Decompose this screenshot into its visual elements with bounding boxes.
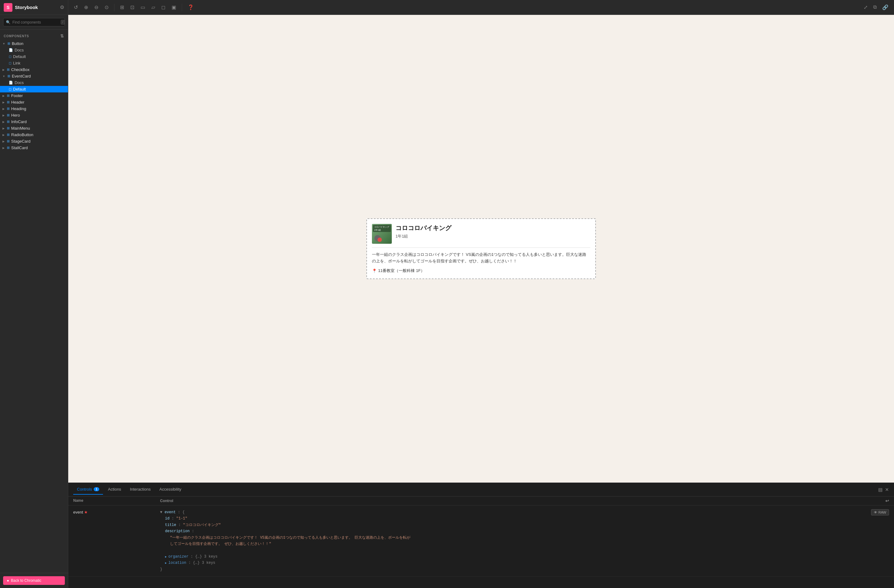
sidebar-item-label: Heading <box>11 106 26 111</box>
search-box[interactable]: 🔍 / <box>3 18 65 26</box>
app-title: Storybook <box>15 5 38 10</box>
organizer-expand[interactable]: organizer <box>165 555 189 559</box>
thumbnail-image: コロバイキング1年1組 <box>372 224 392 244</box>
raw-label: RAW <box>879 511 886 514</box>
sort-icon[interactable]: ⇅ <box>60 33 64 38</box>
search-icon: 🔍 <box>6 20 11 24</box>
tab-controls[interactable]: Controls 1 <box>73 484 103 495</box>
expand-icon: ▶ <box>3 68 5 71</box>
raw-button[interactable]: 👁 RAW <box>871 509 889 516</box>
sidebar-item-label: Hero <box>11 113 20 118</box>
sidebar-item-mainmenu[interactable]: ▶ ⊞ MainMenu <box>0 125 68 131</box>
sidebar-item-radiobutton[interactable]: ▶ ⊞ RadioButton <box>0 131 68 138</box>
control-value-area: 👁 RAW ▼ event : { id : "1-1" title : "コロ… <box>160 509 889 573</box>
required-indicator: ★ <box>84 510 88 514</box>
controls-table-header: Name Control ↩ <box>68 496 894 505</box>
sidebar-item-button[interactable]: ▼ ⊞ Button <box>0 40 68 47</box>
expand-icon: ▶ <box>3 133 5 136</box>
chromatic-button[interactable]: ● Back to Chromatic <box>3 576 65 585</box>
refresh-icon[interactable]: ↺ <box>72 3 80 12</box>
event-card-header: コロバイキング1年1組 コロコロバイキング 1年1組 <box>372 224 590 248</box>
component-icon: ⊞ <box>7 68 10 72</box>
zoom-out-icon[interactable]: ⊖ <box>92 3 100 12</box>
event-card-location: 📍 11番教室（一般科棟 1F） <box>372 268 590 273</box>
zoom-reset-icon[interactable]: ⊙ <box>103 3 110 12</box>
panel-close-icon[interactable]: ✕ <box>885 487 889 493</box>
sidebar-footer: ● Back to Chromatic <box>0 573 68 588</box>
sidebar-item-stagecard[interactable]: ▶ ⊞ StageCard <box>0 138 68 145</box>
tab-accessibility[interactable]: Accessibility <box>156 484 185 495</box>
sidebar-header: S Storybook ⚙ <box>0 0 68 15</box>
expand-icon: ▼ <box>3 42 5 45</box>
sidebar-item-footer[interactable]: ▶ ⊞ Footer <box>0 92 68 99</box>
storybook-logo: S <box>4 3 12 12</box>
expand-icon: ▶ <box>3 127 5 130</box>
tab-actions[interactable]: Actions <box>104 484 125 495</box>
event-card-title-area: コロコロバイキング 1年1組 <box>396 224 590 244</box>
settings-icon[interactable]: ⚙ <box>60 5 64 10</box>
expand-icon: ▶ <box>3 107 5 110</box>
sidebar-item-eventcard[interactable]: ▼ ⊞ EventCard <box>0 73 68 79</box>
sidebar-item-header[interactable]: ▶ ⊞ Header <box>0 99 68 106</box>
event-card-class: 1年1組 <box>396 234 590 239</box>
open-new-icon[interactable]: ⧉ <box>871 3 879 12</box>
sidebar-item-button-default[interactable]: ◻ Default <box>0 53 68 60</box>
tab-accessibility-label: Accessibility <box>159 487 181 492</box>
sidebar-item-button-docs[interactable]: 📄 Docs <box>0 47 68 53</box>
canvas-area: コロバイキング1年1組 コロコロバイキング 1年1組 一年一組のクラス企画はコロ… <box>68 15 894 482</box>
sidebar-item-checkbox[interactable]: ▶ ⊞ CheckBox <box>0 66 68 73</box>
sidebar-item-stallcard[interactable]: ▶ ⊞ StallCard <box>0 145 68 151</box>
expand-icon: ▼ <box>3 75 5 78</box>
expand-icon: ▶ <box>3 140 5 143</box>
eye-icon: 👁 <box>874 511 877 514</box>
layout-icon-3[interactable]: ▱ <box>150 3 157 12</box>
location-expand[interactable]: location <box>165 561 186 565</box>
story-icon: ◻ <box>9 54 12 59</box>
event-card-description: 一年一組のクラス企画はコロコロバイキングです！ VS嵐の企画の1つなので知ってる… <box>372 252 590 265</box>
sidebar-item-hero[interactable]: ▶ ⊞ Hero <box>0 112 68 119</box>
chromatic-label: Back to Chromatic <box>11 578 41 583</box>
grid-view-icon[interactable]: ⊞ <box>118 3 126 12</box>
sidebar-item-button-link[interactable]: ◻ Link <box>0 60 68 66</box>
layout-icon-2[interactable]: ▭ <box>139 3 147 12</box>
reset-controls-icon[interactable]: ↩ <box>885 498 889 504</box>
sidebar-item-label: Header <box>11 100 24 104</box>
components-section-header: COMPONENTS ⇅ <box>0 32 68 40</box>
docs-icon: 📄 <box>9 48 13 52</box>
thumb-label-text: コロバイキング1年1組 <box>373 225 391 232</box>
zoom-in-icon[interactable]: ⊕ <box>82 3 90 12</box>
sidebar-item-eventcard-docs[interactable]: 📄 Docs <box>0 79 68 86</box>
sidebar-item-label: RadioButton <box>11 133 33 137</box>
layout-icon-5[interactable]: ▣ <box>170 3 178 12</box>
layout-icon-4[interactable]: ◻ <box>159 3 167 12</box>
sidebar-item-label: Default <box>13 54 26 59</box>
link-icon[interactable]: 🔗 <box>880 3 890 12</box>
search-area: 🔍 / <box>0 15 68 30</box>
tab-interactions[interactable]: Interactions <box>126 484 154 495</box>
sidebar-item-heading[interactable]: ▶ ⊞ Heading <box>0 106 68 112</box>
sidebar-item-label: Link <box>13 61 21 65</box>
sidebar-item-label: EventCard <box>12 74 31 78</box>
component-icon: ⊞ <box>7 139 10 143</box>
component-icon: ⊞ <box>8 42 10 45</box>
panel-layout-icon[interactable]: ▤ <box>878 487 882 493</box>
logo-area: S Storybook <box>4 3 38 12</box>
sidebar-item-eventcard-default[interactable]: ◻ Default <box>0 86 68 92</box>
control-field-name: event <box>73 510 83 514</box>
event-card-thumbnail: コロバイキング1年1組 <box>372 224 392 244</box>
toolbar-separator <box>114 4 115 11</box>
expand-icon[interactable]: ⤢ <box>862 3 870 12</box>
chromatic-icon: ● <box>7 578 9 583</box>
event-card-location-text: 11番教室（一般科棟 1F） <box>378 268 425 273</box>
search-shortcut: / <box>61 20 65 24</box>
expand-icon: ▶ <box>3 94 5 97</box>
layout-icon-1[interactable]: ⊡ <box>128 3 136 12</box>
help-icon[interactable]: ❓ <box>186 3 196 12</box>
event-card-component: コロバイキング1年1組 コロコロバイキング 1年1組 一年一組のクラス企画はコロ… <box>366 218 596 279</box>
tab-interactions-label: Interactions <box>130 487 151 492</box>
sidebar-item-infocard[interactable]: ▶ ⊞ InfoCard <box>0 119 68 125</box>
sidebar-item-label: Docs <box>15 48 24 53</box>
sidebar-item-label: MainMenu <box>11 126 30 131</box>
search-input[interactable] <box>12 20 59 24</box>
story-icon: ◻ <box>9 61 12 65</box>
